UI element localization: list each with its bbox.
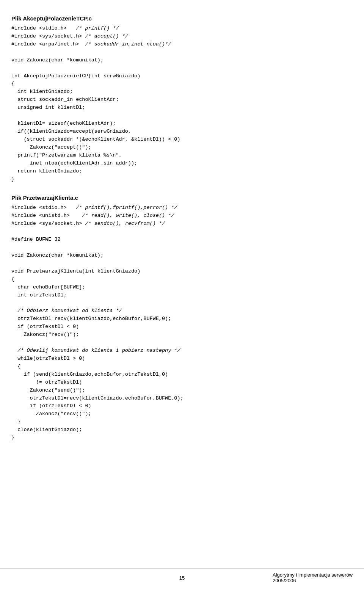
footer-right: Algorytmy i implementacja serwerów 2005/… [273, 572, 353, 583]
code-line: #include <sys/socket.h> /* sendto(), rec… [11, 221, 165, 226]
code-line: #include <unistd.h> /* read(), write(), … [11, 213, 174, 218]
code-line: } [11, 435, 14, 441]
footer-page-number: 15 [179, 575, 185, 581]
footer: 15 Algorytmy i implementacja serwerów 20… [0, 569, 364, 583]
code-line: void Zakoncz(char *komunikat); [11, 252, 104, 258]
code-line: Zakoncz("recv()"); [11, 411, 91, 417]
code-line: otrzTekstDl=recv(klientGniazdo,echoBufor… [11, 395, 184, 401]
code-line: struct sockaddr_in echoKlientAdr; [11, 97, 119, 102]
code-line: char echoBufor[BUFWE]; [11, 284, 85, 290]
code-block-2: #include <stdio.h> /* printf(),fprintf()… [11, 204, 353, 442]
code-line: inet_ntoa(echoKlientAdr.sin_addr)); [11, 160, 137, 166]
code-line: { [11, 276, 14, 282]
code-line: } [11, 419, 20, 425]
code-line: (struct sockaddr *)&echoKlientAdr, &klie… [11, 136, 180, 142]
code-line: Zakoncz("accept()"); [11, 144, 91, 150]
code-line: if((klientGniazdo=accept(serwGniazdo, [11, 129, 131, 134]
code-line: if (otrzTekstDl < 0) [11, 324, 79, 329]
code-line: klientDl= sizeof(echoKlientAdr); [11, 121, 116, 126]
code-line: int otrzTekstDl; [11, 292, 67, 298]
code-line: void PrzetwarzajKlienta(int klientGniazd… [11, 268, 140, 274]
code-line: int klientGniazdo; [11, 89, 73, 94]
code-line: void Zakoncz(char *komunikat); [11, 57, 104, 63]
footer-course-name: Algorytmy i implementacja serwerów [273, 572, 353, 578]
code-line: Zakoncz("send()"); [11, 387, 85, 393]
code-line: { [11, 364, 20, 369]
code-line: #include <sys/socket.h> /* accept() */ [11, 33, 128, 39]
code-line: #include <stdio.h> /* printf() */ [11, 25, 119, 31]
section-title-2: Plik PrzetwarzajKlienta.c [11, 194, 353, 201]
code-line: /* Odeslij komunikat do klienta i pobier… [11, 348, 180, 353]
page-container: Plik AkceptujPolaczenieTCP.c #include <s… [0, 0, 364, 465]
code-line: { [11, 81, 14, 86]
code-line: int AkceptujPolaczenieTCP(int serwGniazd… [11, 73, 140, 79]
code-line: printf("Przetwarzam klienta %s\n", [11, 152, 122, 158]
code-line: if (otrzTekstDl < 0) [11, 403, 91, 409]
code-line: while(otrzTekstDl > 0) [11, 356, 85, 361]
code-line: otrzTekstDl=recv(klientGniazdo,echoBufor… [11, 316, 171, 321]
code-line: #define BUFWE 32 [11, 237, 61, 242]
code-line: #include <arpa/inet.h> /* sockaddr_in,in… [11, 41, 171, 47]
code-block-1: #include <stdio.h> /* printf() */ #inclu… [11, 25, 353, 183]
code-line: unsigned int klientDl; [11, 105, 85, 110]
section-title-1: Plik AkceptujPolaczenieTCP.c [11, 15, 353, 22]
code-line: /* Odbierz komunikat od klienta */ [11, 308, 122, 314]
code-line: return klientGniazdo; [11, 168, 82, 174]
code-line: Zakoncz("recv()"); [11, 332, 79, 337]
footer-year: 2005/2006 [273, 578, 296, 583]
code-line: if (send(klientGniazdo,echoBufor,otrzTek… [11, 372, 168, 377]
code-line: #include <stdio.h> /* printf(),fprintf()… [11, 205, 177, 210]
code-line: } [11, 176, 14, 182]
code-line: != otrzTekstDl) [11, 379, 82, 385]
code-line: close(klientGniazdo); [11, 427, 82, 433]
